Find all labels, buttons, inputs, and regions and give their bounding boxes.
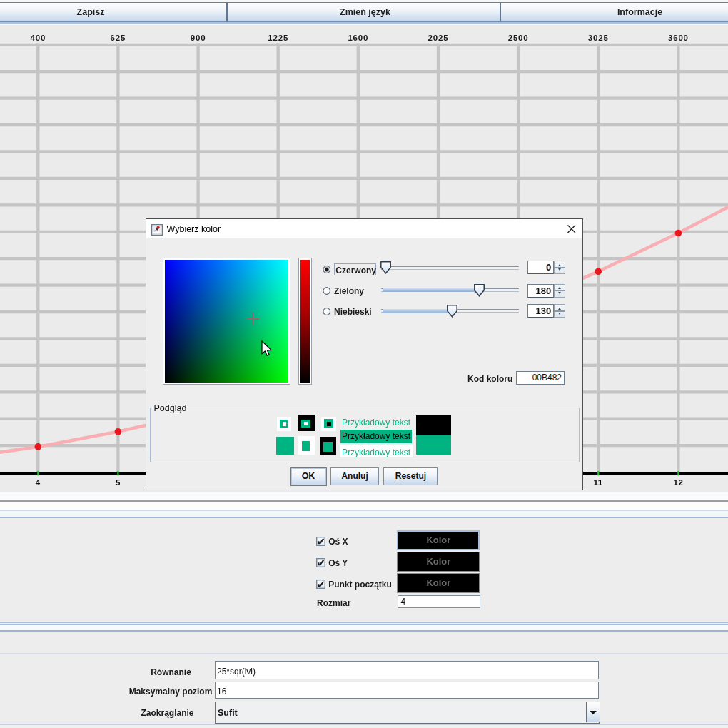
svg-text:3025: 3025 <box>588 34 609 42</box>
svg-text:1600: 1600 <box>348 34 368 42</box>
svg-text:2500: 2500 <box>508 34 529 42</box>
svg-text:625: 625 <box>111 34 126 42</box>
svg-text:12: 12 <box>674 478 684 487</box>
svg-text:2025: 2025 <box>428 34 449 42</box>
svg-text:4: 4 <box>36 478 41 487</box>
svg-text:5: 5 <box>116 478 121 487</box>
svg-text:900: 900 <box>191 34 206 42</box>
svg-text:11: 11 <box>594 478 603 487</box>
svg-text:400: 400 <box>31 34 46 42</box>
svg-text:3600: 3600 <box>668 34 689 42</box>
svg-text:1225: 1225 <box>268 34 288 42</box>
